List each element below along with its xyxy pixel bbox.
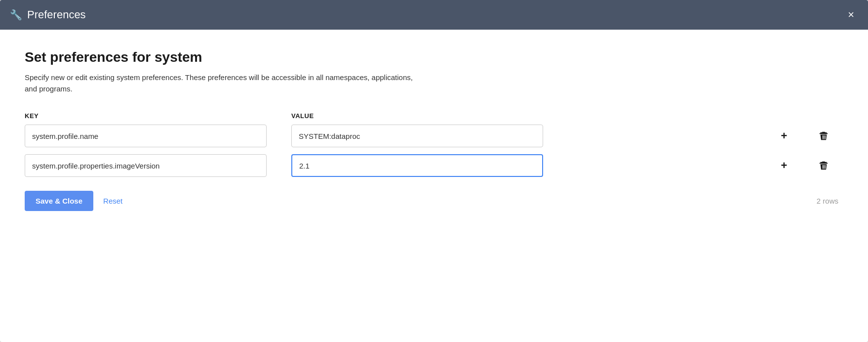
rows-count: 2 rows xyxy=(817,197,843,205)
trash-icon-2 xyxy=(818,160,829,171)
table-row: + xyxy=(25,125,843,147)
trash-icon-1 xyxy=(818,130,829,141)
table-rows-container: + + xyxy=(25,125,843,177)
footer-left: Save & Close Reset xyxy=(25,191,122,211)
add-row-button-1[interactable]: + xyxy=(764,128,804,144)
value-input-1[interactable] xyxy=(291,125,543,147)
close-button[interactable]: × xyxy=(844,7,858,22)
dialog-title: Preferences xyxy=(27,8,86,21)
dialog-body: Set preferences for system Specify new o… xyxy=(0,30,868,342)
value-input-2[interactable] xyxy=(291,154,543,177)
key-input-1[interactable] xyxy=(25,125,267,147)
dialog-header: 🔧 Preferences × xyxy=(0,0,868,30)
table-row: + xyxy=(25,154,843,177)
footer-row: Save & Close Reset 2 rows xyxy=(25,191,843,211)
wrench-icon: 🔧 xyxy=(10,9,22,21)
table-header: KEY VALUE xyxy=(25,112,843,120)
save-close-button[interactable]: Save & Close xyxy=(25,191,93,211)
plus-icon-1: + xyxy=(781,130,788,141)
value-column-header: VALUE xyxy=(281,112,764,120)
preferences-dialog: 🔧 Preferences × Set preferences for syst… xyxy=(0,0,868,342)
key-column-header: KEY xyxy=(25,112,281,120)
plus-icon-2: + xyxy=(781,160,788,171)
delete-row-button-2[interactable] xyxy=(804,157,843,174)
section-description: Specify new or edit existing system pref… xyxy=(25,72,420,94)
delete-row-button-1[interactable] xyxy=(804,128,843,144)
section-title: Set preferences for system xyxy=(25,49,843,65)
header-left: 🔧 Preferences xyxy=(10,8,86,21)
reset-button[interactable]: Reset xyxy=(103,197,122,205)
key-input-2[interactable] xyxy=(25,154,267,177)
add-row-button-2[interactable]: + xyxy=(764,157,804,174)
